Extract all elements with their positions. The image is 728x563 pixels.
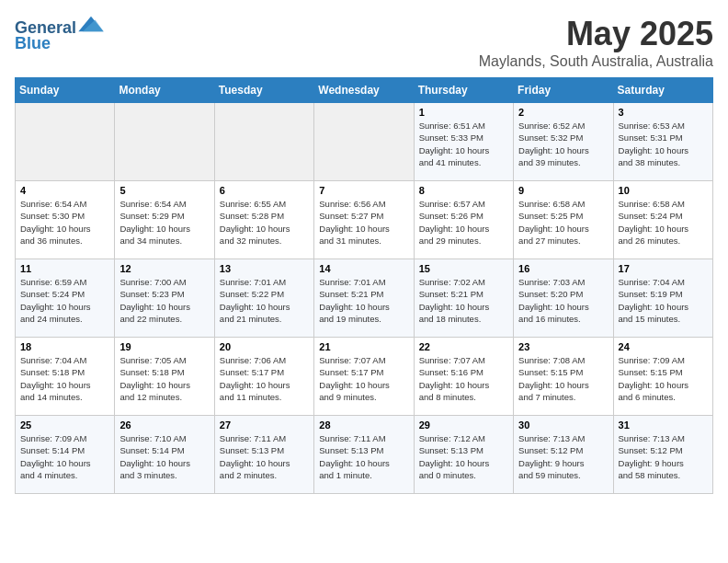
day-number: 30: [518, 419, 608, 431]
calendar-cell: 17Sunrise: 7:04 AM Sunset: 5:19 PM Dayli…: [613, 259, 712, 338]
day-number: 11: [20, 263, 109, 274]
day-number: 13: [220, 263, 309, 274]
day-number: 4: [20, 185, 109, 196]
day-number: 19: [119, 341, 209, 352]
day-number: 27: [220, 419, 309, 431]
day-info: Sunrise: 7:03 AM Sunset: 5:20 PM Dayligh…: [518, 276, 608, 325]
day-info: Sunrise: 6:53 AM Sunset: 5:31 PM Dayligh…: [619, 120, 708, 168]
day-number: 21: [319, 341, 408, 352]
calendar-cell: 21Sunrise: 7:07 AM Sunset: 5:17 PM Dayli…: [314, 338, 414, 416]
day-number: 26: [119, 419, 209, 431]
day-info: Sunrise: 7:08 AM Sunset: 5:15 PM Dayligh…: [518, 354, 608, 403]
week-row-5: 25Sunrise: 7:09 AM Sunset: 5:14 PM Dayli…: [16, 416, 713, 494]
day-number: 22: [419, 341, 508, 352]
header-tuesday: Tuesday: [214, 78, 313, 103]
week-row-2: 4Sunrise: 6:54 AM Sunset: 5:30 PM Daylig…: [16, 181, 713, 259]
day-number: 2: [518, 107, 608, 118]
calendar-cell: 7Sunrise: 6:56 AM Sunset: 5:27 PM Daylig…: [314, 181, 414, 259]
calendar-cell: 18Sunrise: 7:04 AM Sunset: 5:18 PM Dayli…: [16, 338, 115, 416]
calendar-cell: [115, 103, 214, 181]
week-row-1: 1Sunrise: 6:51 AM Sunset: 5:33 PM Daylig…: [16, 103, 713, 181]
day-info: Sunrise: 6:58 AM Sunset: 5:24 PM Dayligh…: [619, 198, 708, 247]
day-number: 10: [619, 185, 708, 196]
calendar-cell: 11Sunrise: 6:59 AM Sunset: 5:24 PM Dayli…: [16, 259, 115, 338]
calendar-cell: 9Sunrise: 6:58 AM Sunset: 5:25 PM Daylig…: [514, 181, 613, 259]
header-monday: Monday: [115, 78, 214, 103]
day-info: Sunrise: 7:01 AM Sunset: 5:21 PM Dayligh…: [319, 276, 408, 325]
day-number: 8: [419, 185, 508, 196]
calendar-cell: 31Sunrise: 7:13 AM Sunset: 5:12 PM Dayli…: [613, 416, 712, 494]
day-number: 5: [119, 185, 209, 196]
calendar-cell: 20Sunrise: 7:06 AM Sunset: 5:17 PM Dayli…: [214, 338, 313, 416]
day-info: Sunrise: 7:13 AM Sunset: 5:12 PM Dayligh…: [518, 432, 608, 481]
day-info: Sunrise: 7:10 AM Sunset: 5:14 PM Dayligh…: [119, 432, 209, 481]
day-number: 25: [20, 419, 109, 431]
calendar-cell: 23Sunrise: 7:08 AM Sunset: 5:15 PM Dayli…: [514, 338, 613, 416]
header-thursday: Thursday: [414, 78, 513, 103]
day-number: 15: [419, 263, 508, 274]
calendar-cell: 30Sunrise: 7:13 AM Sunset: 5:12 PM Dayli…: [514, 416, 613, 494]
calendar-title: May 2025: [479, 15, 713, 53]
calendar-cell: 16Sunrise: 7:03 AM Sunset: 5:20 PM Dayli…: [514, 259, 613, 338]
calendar-cell: 8Sunrise: 6:57 AM Sunset: 5:26 PM Daylig…: [414, 181, 513, 259]
day-info: Sunrise: 7:09 AM Sunset: 5:15 PM Dayligh…: [619, 354, 708, 403]
day-number: 23: [518, 341, 608, 352]
calendar-cell: 15Sunrise: 7:02 AM Sunset: 5:21 PM Dayli…: [414, 259, 513, 338]
day-info: Sunrise: 7:11 AM Sunset: 5:13 PM Dayligh…: [319, 432, 408, 481]
day-info: Sunrise: 7:07 AM Sunset: 5:16 PM Dayligh…: [419, 354, 508, 403]
week-row-4: 18Sunrise: 7:04 AM Sunset: 5:18 PM Dayli…: [16, 338, 713, 416]
calendar-cell: 26Sunrise: 7:10 AM Sunset: 5:14 PM Dayli…: [115, 416, 214, 494]
day-number: 1: [419, 107, 508, 118]
calendar-subtitle: Maylands, South Australia, Australia: [479, 53, 713, 70]
day-info: Sunrise: 7:07 AM Sunset: 5:17 PM Dayligh…: [319, 354, 408, 403]
day-number: 7: [319, 185, 408, 196]
header-wednesday: Wednesday: [314, 78, 414, 103]
day-info: Sunrise: 7:02 AM Sunset: 5:21 PM Dayligh…: [419, 276, 508, 325]
day-info: Sunrise: 7:01 AM Sunset: 5:22 PM Dayligh…: [220, 276, 309, 325]
calendar-cell: [214, 103, 313, 181]
day-info: Sunrise: 6:58 AM Sunset: 5:25 PM Dayligh…: [518, 198, 608, 247]
day-info: Sunrise: 7:06 AM Sunset: 5:17 PM Dayligh…: [220, 354, 309, 403]
calendar-cell: 22Sunrise: 7:07 AM Sunset: 5:16 PM Dayli…: [414, 338, 513, 416]
calendar-cell: 6Sunrise: 6:55 AM Sunset: 5:28 PM Daylig…: [214, 181, 313, 259]
day-number: 28: [319, 419, 408, 431]
page-header: General Blue May 2025 Maylands, South Au…: [15, 15, 713, 70]
day-info: Sunrise: 7:04 AM Sunset: 5:18 PM Dayligh…: [20, 354, 109, 403]
day-info: Sunrise: 7:11 AM Sunset: 5:13 PM Dayligh…: [220, 432, 309, 481]
day-number: 12: [119, 263, 209, 274]
day-info: Sunrise: 6:52 AM Sunset: 5:32 PM Dayligh…: [518, 120, 608, 168]
calendar-cell: 25Sunrise: 7:09 AM Sunset: 5:14 PM Dayli…: [16, 416, 115, 494]
day-info: Sunrise: 6:54 AM Sunset: 5:29 PM Dayligh…: [119, 198, 209, 247]
day-info: Sunrise: 6:51 AM Sunset: 5:33 PM Dayligh…: [419, 120, 508, 168]
day-info: Sunrise: 6:59 AM Sunset: 5:24 PM Dayligh…: [20, 276, 109, 325]
day-number: 29: [419, 419, 508, 431]
day-info: Sunrise: 7:09 AM Sunset: 5:14 PM Dayligh…: [20, 432, 109, 481]
day-info: Sunrise: 7:12 AM Sunset: 5:13 PM Dayligh…: [419, 432, 508, 481]
day-number: 31: [619, 419, 708, 431]
day-number: 3: [619, 107, 708, 118]
day-info: Sunrise: 7:04 AM Sunset: 5:19 PM Dayligh…: [619, 276, 708, 325]
day-info: Sunrise: 6:56 AM Sunset: 5:27 PM Dayligh…: [319, 198, 408, 247]
calendar-cell: [314, 103, 414, 181]
logo-icon: [78, 15, 104, 33]
header-saturday: Saturday: [613, 78, 712, 103]
title-block: May 2025 Maylands, South Australia, Aust…: [479, 15, 713, 70]
calendar-cell: 19Sunrise: 7:05 AM Sunset: 5:18 PM Dayli…: [115, 338, 214, 416]
header-row: SundayMondayTuesdayWednesdayThursdayFrid…: [16, 78, 713, 103]
calendar-cell: 1Sunrise: 6:51 AM Sunset: 5:33 PM Daylig…: [414, 103, 513, 181]
calendar-cell: 13Sunrise: 7:01 AM Sunset: 5:22 PM Dayli…: [214, 259, 313, 338]
calendar-cell: 27Sunrise: 7:11 AM Sunset: 5:13 PM Dayli…: [214, 416, 313, 494]
day-number: 16: [518, 263, 608, 274]
calendar-table: SundayMondayTuesdayWednesdayThursdayFrid…: [15, 77, 713, 494]
header-friday: Friday: [514, 78, 613, 103]
calendar-cell: [16, 103, 115, 181]
day-number: 6: [220, 185, 309, 196]
day-info: Sunrise: 6:57 AM Sunset: 5:26 PM Dayligh…: [419, 198, 508, 247]
day-info: Sunrise: 6:55 AM Sunset: 5:28 PM Dayligh…: [220, 198, 309, 247]
calendar-cell: 14Sunrise: 7:01 AM Sunset: 5:21 PM Dayli…: [314, 259, 414, 338]
day-info: Sunrise: 7:05 AM Sunset: 5:18 PM Dayligh…: [119, 354, 209, 403]
day-info: Sunrise: 6:54 AM Sunset: 5:30 PM Dayligh…: [20, 198, 109, 247]
calendar-cell: 12Sunrise: 7:00 AM Sunset: 5:23 PM Dayli…: [115, 259, 214, 338]
logo-blue: Blue: [15, 34, 51, 53]
calendar-cell: 4Sunrise: 6:54 AM Sunset: 5:30 PM Daylig…: [16, 181, 115, 259]
